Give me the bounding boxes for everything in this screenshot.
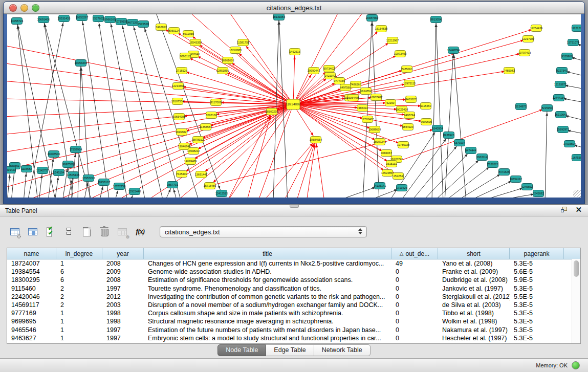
column-header-in_degree[interactable]: in_degree [56, 248, 102, 259]
network-node[interactable]: 10653287 [76, 14, 88, 21]
network-node[interactable]: 1640954 [432, 125, 443, 132]
network-node[interactable]: 14136141 [374, 183, 386, 189]
network-node[interactable]: 19797493 [518, 50, 531, 56]
network-node[interactable]: 62160 [385, 100, 396, 106]
network-node[interactable]: 14998222 [187, 148, 200, 155]
network-node[interactable]: 14524851 [381, 170, 394, 177]
network-node[interactable]: 10973493 [394, 51, 406, 57]
tab-node-table[interactable]: Node Table [217, 344, 266, 356]
import-table-button[interactable]: ⊗ [116, 226, 129, 238]
column-header-pagerank[interactable]: pagerank [510, 248, 564, 259]
table-row[interactable]: 977716911998Corpus callosum shape and si… [7, 309, 580, 317]
new-table-button[interactable] [80, 226, 93, 238]
select-columns-button[interactable] [26, 226, 39, 238]
network-node[interactable]: 17016504 [563, 141, 576, 147]
network-node[interactable]: 1713426 [396, 185, 407, 191]
network-node[interactable]: 12923448 [128, 188, 141, 195]
network-node[interactable]: 18131054 [273, 14, 285, 20]
select-all-button[interactable]: ✔✔ [44, 226, 57, 238]
network-node[interactable]: 9474444 [465, 147, 476, 154]
zoom-window-button[interactable] [32, 4, 39, 12]
table-row[interactable]: 1830029562008Estimation of significance … [7, 276, 580, 284]
network-node[interactable]: 19654988 [173, 114, 185, 120]
network-node[interactable]: 9463627 [405, 96, 416, 103]
network-node[interactable]: 15751074 [567, 39, 579, 46]
network-node[interactable]: 8960124 [168, 28, 179, 34]
network-node[interactable]: 11353554 [200, 124, 212, 130]
network-node[interactable]: 16448794 [447, 47, 460, 54]
network-node[interactable]: 2718126 [176, 68, 187, 74]
minimize-window-button[interactable] [20, 4, 28, 12]
network-node[interactable]: 2933114 [476, 154, 487, 161]
network-node[interactable]: 20387682 [366, 15, 378, 21]
network-node[interactable]: 9857791 [167, 182, 178, 188]
close-window-button[interactable] [9, 4, 17, 12]
table-row[interactable]: 946554611997Estimation of the future num… [7, 326, 580, 334]
network-node[interactable]: 12851856 [216, 68, 229, 74]
column-header-short[interactable]: short [438, 248, 510, 259]
float-panel-icon[interactable] [561, 207, 568, 213]
network-node[interactable]: 11675358 [571, 155, 581, 161]
network-node[interactable]: 6966160 [104, 16, 115, 23]
network-node[interactable]: 1545194 [53, 169, 64, 176]
network-node[interactable]: 16782759 [113, 183, 125, 190]
table-settings-button[interactable] [8, 226, 21, 238]
network-node[interactable]: 9896112 [180, 53, 190, 60]
network-node[interactable]: 12213369 [172, 83, 184, 90]
network-node[interactable]: 19166827 [176, 129, 188, 136]
network-node[interactable]: 12975115 [403, 80, 416, 87]
network-node[interactable]: 19990443 [308, 68, 320, 74]
network-node[interactable]: 18107554 [171, 98, 184, 105]
network-node[interactable]: 10688639 [368, 126, 381, 133]
table-row[interactable]: 1456911722003Disruption of a novel membe… [7, 301, 580, 309]
table-selector-combo[interactable]: citations_edges.txt [160, 226, 367, 237]
network-node[interactable]: 13691447 [195, 171, 207, 178]
network-node[interactable]: 16364486 [347, 95, 359, 101]
network-node[interactable]: 16961626 [222, 57, 234, 64]
column-header-name[interactable]: name [7, 248, 56, 259]
table-row[interactable]: 1938455462009Genome-wide association stu… [7, 268, 580, 276]
network-node[interactable]: 5154975 [515, 103, 526, 110]
network-node[interactable]: 11581756 [237, 39, 249, 46]
network-node[interactable]: 1462615 [289, 49, 300, 55]
network-node[interactable]: 12193872 [554, 81, 567, 88]
network-node[interactable]: 18907249 [374, 139, 386, 145]
table-scrollbar[interactable] [572, 259, 580, 343]
network-node[interactable]: 18300295 [266, 108, 278, 115]
network-node[interactable]: 12505135 [67, 172, 79, 179]
network-node[interactable]: 9329966 [561, 53, 572, 60]
column-header-title[interactable]: title [144, 248, 391, 259]
network-node[interactable]: 12444134 [553, 95, 565, 101]
network-node[interactable]: 9495794 [404, 112, 415, 119]
column-header-year[interactable]: year [102, 248, 144, 259]
network-node[interactable]: 10719155 [115, 18, 127, 25]
scrollbar-thumb[interactable] [574, 260, 579, 277]
network-node[interactable]: 252254 [393, 173, 404, 180]
network-node[interactable]: 6973402 [323, 65, 334, 72]
network-node[interactable]: 14055724 [11, 18, 23, 25]
network-node[interactable]: 9245652 [521, 184, 532, 190]
network-node[interactable]: 17957223 [82, 175, 95, 182]
network-node[interactable]: 1615132 [386, 161, 397, 167]
network-node[interactable]: 3919423 [7, 167, 16, 173]
network-node[interactable]: 16210643 [555, 112, 567, 118]
network-node[interactable]: 19958107 [98, 179, 110, 186]
network-node[interactable]: 7486322 [357, 105, 367, 112]
network-node[interactable]: 15716485 [204, 183, 216, 189]
network-node[interactable]: 9245682 [533, 190, 543, 197]
splitter-handle[interactable] [290, 205, 299, 208]
network-node[interactable]: 16543358 [189, 39, 202, 46]
network-node[interactable]: 12720407 [361, 116, 374, 123]
delete-table-button[interactable] [98, 226, 111, 238]
network-node[interactable]: 8938923 [443, 132, 454, 139]
network-node[interactable]: 9117008 [210, 99, 221, 106]
table-row[interactable]: 946362711997Embryonic stem cells: a mode… [7, 334, 580, 342]
network-node[interactable]: 12342757 [36, 167, 49, 174]
column-header-out_de...[interactable]: △out_de... [391, 248, 438, 259]
network-node[interactable]: 7485083 [504, 68, 514, 74]
network-node[interactable]: 8912955 [183, 31, 193, 37]
network-node[interactable]: 14099489 [184, 158, 197, 165]
network-node[interactable]: 10807487 [370, 94, 382, 101]
network-node[interactable]: 18226885 [229, 47, 242, 54]
network-node[interactable]: 20206506 [48, 151, 60, 158]
